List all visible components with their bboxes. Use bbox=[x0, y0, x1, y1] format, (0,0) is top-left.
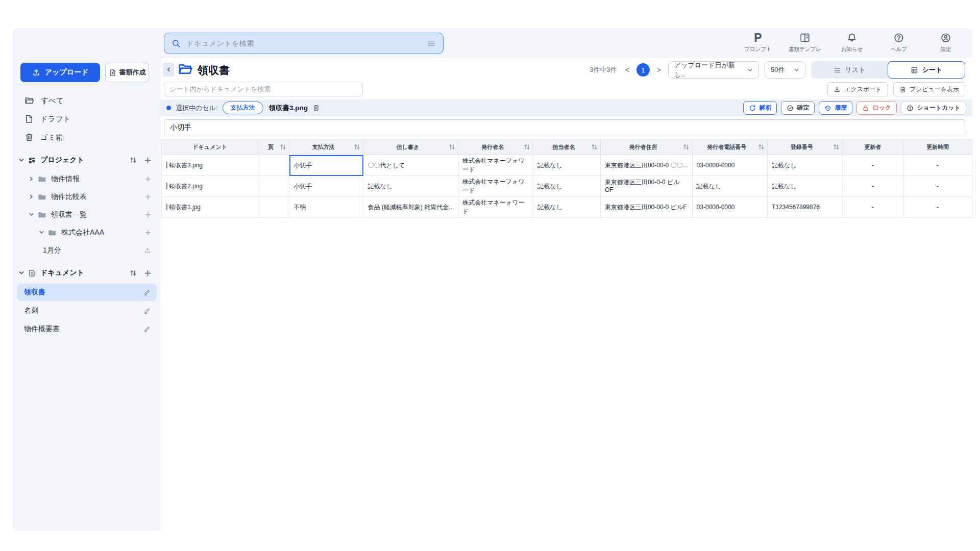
sort-icon[interactable] bbox=[524, 144, 530, 151]
edit-pencil-icon[interactable] bbox=[143, 289, 151, 296]
upload-button[interactable]: アップロード bbox=[20, 63, 100, 82]
show-preview-button[interactable]: プレビューを表示 bbox=[893, 82, 965, 96]
view-toggle-list[interactable]: リスト bbox=[811, 61, 888, 79]
col-updated-at[interactable]: 更新時間 bbox=[903, 139, 972, 155]
prompt-button[interactable]: P プロンプト bbox=[739, 32, 777, 53]
project-item-bukken-joho[interactable]: 物件情報 bbox=[13, 170, 161, 188]
document-item-bukken-gaiyosho[interactable]: 物件概要書 bbox=[17, 320, 157, 338]
cell-payment-method[interactable]: 不明 bbox=[289, 197, 363, 218]
cell-issuer-phone[interactable]: 03-0000-0000 bbox=[692, 197, 767, 218]
confirm-button[interactable]: 確定 bbox=[781, 101, 815, 115]
current-page-badge[interactable]: 1 bbox=[636, 63, 650, 77]
sort-order-dropdown[interactable]: アップロード日が新し.. bbox=[668, 61, 759, 79]
cell-issuer-name[interactable]: 株式会社マネーォワード bbox=[458, 197, 533, 218]
sort-icon[interactable] bbox=[130, 269, 137, 277]
cell-issuer-address[interactable]: 東京都港区三田00-0-0 ビルOF bbox=[600, 176, 692, 197]
history-button[interactable]: 履歴 bbox=[819, 101, 852, 115]
back-button[interactable] bbox=[163, 63, 174, 77]
notifications-button[interactable]: お知らせ bbox=[832, 32, 871, 53]
prev-page-button[interactable]: < bbox=[624, 66, 631, 74]
add-subfolder-icon[interactable] bbox=[145, 176, 151, 182]
sort-icon[interactable] bbox=[833, 144, 840, 151]
col-page[interactable]: 頁 bbox=[258, 139, 289, 155]
cell-description[interactable]: 食品 (軽減税率対象) 雑貨代金... bbox=[363, 197, 458, 218]
document-item-meishi[interactable]: 名刺 bbox=[17, 302, 157, 319]
sidebar-item-trash[interactable]: ゴミ箱 bbox=[13, 128, 161, 146]
create-document-button[interactable]: 書類作成 bbox=[105, 63, 149, 82]
export-button[interactable]: エクスポート bbox=[827, 82, 888, 96]
cell-registration-number[interactable]: 記載なし bbox=[767, 176, 842, 197]
col-contact-name[interactable]: 担当者名 bbox=[533, 139, 601, 155]
cell-contact-name[interactable]: 記載なし bbox=[533, 155, 601, 176]
cell-page[interactable] bbox=[258, 197, 289, 218]
sort-icon[interactable] bbox=[683, 144, 690, 151]
cell-updated-at[interactable]: - bbox=[903, 155, 972, 176]
cell-value-input[interactable] bbox=[164, 119, 965, 135]
project-item-ryoshusho-ichiran[interactable]: 領収書一覧 bbox=[13, 206, 161, 223]
cell-page[interactable] bbox=[258, 155, 289, 176]
col-description[interactable]: 但し書き bbox=[363, 139, 458, 155]
page-size-dropdown[interactable]: 50件 bbox=[765, 61, 805, 79]
next-page-button[interactable]: > bbox=[655, 66, 663, 74]
cell-document[interactable]: 領収書3.png bbox=[162, 155, 258, 176]
filter-lines-icon[interactable] bbox=[427, 39, 436, 48]
sort-icon[interactable] bbox=[758, 144, 765, 151]
sort-icon[interactable] bbox=[354, 144, 360, 151]
cell-description[interactable]: 〇〇代として bbox=[363, 155, 458, 176]
global-search-input[interactable]: ドキュメントを検索 bbox=[164, 33, 444, 54]
document-item-ryoshusho[interactable]: 領収書 bbox=[17, 284, 157, 301]
cell-issuer-phone[interactable]: 03-0000-0000 bbox=[692, 155, 767, 176]
col-issuer-address[interactable]: 発行者住所 bbox=[600, 139, 692, 155]
analyze-button[interactable]: 解析 bbox=[743, 101, 777, 115]
cell-updated-at[interactable]: - bbox=[903, 197, 972, 218]
sheet-search-input[interactable] bbox=[164, 82, 363, 96]
col-issuer-phone[interactable]: 発行者電話番号 bbox=[692, 139, 767, 155]
cell-issuer-name[interactable]: 株式会社マネーフォワード bbox=[458, 155, 533, 176]
shortcut-button[interactable]: ショートカット bbox=[901, 101, 966, 115]
cell-updated-at[interactable]: - bbox=[903, 176, 972, 197]
cell-payment-method-selected[interactable]: 小切手 bbox=[289, 155, 363, 176]
add-subfolder-icon[interactable] bbox=[145, 230, 151, 236]
add-subfolder-icon[interactable] bbox=[145, 212, 151, 218]
sort-icon[interactable] bbox=[591, 144, 598, 151]
sort-icon[interactable] bbox=[130, 157, 137, 164]
sort-icon[interactable] bbox=[280, 144, 286, 151]
sort-icon[interactable] bbox=[449, 144, 455, 151]
cell-issuer-phone[interactable]: 記載なし bbox=[692, 176, 767, 197]
sidebar-item-all[interactable]: すべて bbox=[13, 91, 161, 110]
cell-page[interactable] bbox=[258, 176, 289, 197]
col-issuer-name[interactable]: 発行者名 bbox=[458, 139, 533, 155]
col-payment-method[interactable]: 支払方法 bbox=[289, 139, 363, 155]
documents-section-header[interactable]: ドキュメント bbox=[13, 263, 161, 283]
cell-issuer-name[interactable]: 株式会社マネーフォワード bbox=[458, 176, 533, 197]
cell-registration-number[interactable]: 記載なし bbox=[767, 155, 842, 176]
project-item-kabushiki-aaa[interactable]: 株式会社AAA bbox=[13, 223, 161, 241]
edit-pencil-icon[interactable] bbox=[143, 307, 151, 314]
cell-updated-by[interactable]: - bbox=[842, 176, 903, 197]
cell-updated-by[interactable]: - bbox=[842, 197, 903, 218]
edit-pencil-icon[interactable] bbox=[143, 325, 151, 333]
delete-cell-icon[interactable] bbox=[312, 104, 320, 112]
project-item-ichigatsubun[interactable]: 1月分 bbox=[13, 241, 161, 259]
col-document[interactable]: ドキュメント bbox=[162, 139, 258, 155]
add-document-icon[interactable] bbox=[144, 269, 151, 277]
projects-section-header[interactable]: プロジェクト bbox=[13, 151, 161, 170]
add-project-icon[interactable] bbox=[144, 157, 151, 164]
settings-button[interactable]: 設定 bbox=[926, 32, 965, 53]
cell-issuer-address[interactable]: 東京都港区三田00-00-0 〇〇... bbox=[600, 155, 692, 176]
view-toggle-sheet[interactable]: シート bbox=[888, 61, 965, 79]
cell-issuer-address[interactable]: 東京都港区三田00-00-0 ビルF bbox=[600, 197, 692, 218]
cell-contact-name[interactable]: 記載なし bbox=[533, 176, 601, 197]
cell-contact-name[interactable]: 記載なし bbox=[533, 197, 601, 218]
cell-payment-method[interactable]: 小切手 bbox=[289, 176, 363, 197]
project-item-bukken-hikaku[interactable]: 物件比較表 bbox=[13, 188, 161, 206]
col-updated-by[interactable]: 更新者 bbox=[842, 139, 903, 155]
cell-document[interactable]: 領収書2.png bbox=[162, 176, 258, 197]
cell-document[interactable]: 領収書1.jpg bbox=[162, 197, 258, 218]
lock-button[interactable]: ロック bbox=[856, 101, 897, 115]
cell-registration-number[interactable]: T1234567899876 bbox=[767, 197, 842, 218]
sidebar-item-draft[interactable]: ドラフト bbox=[13, 110, 161, 128]
add-subfolder-icon[interactable] bbox=[145, 194, 151, 200]
cell-updated-by[interactable]: - bbox=[842, 155, 903, 176]
doc-template-button[interactable]: 書類テンプレ bbox=[786, 32, 824, 53]
